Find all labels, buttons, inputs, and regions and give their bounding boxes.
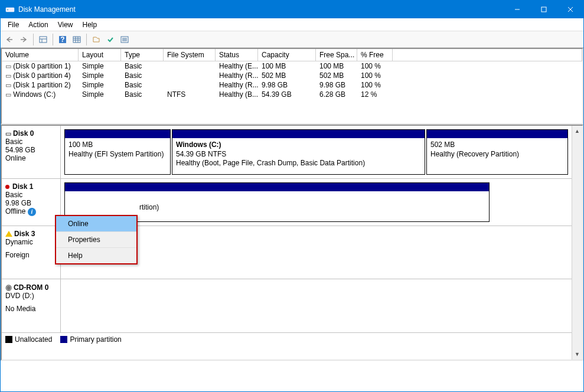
table-header: Volume Layout Type File System Status Ca… — [2, 49, 582, 61]
col-free[interactable]: Free Spa... — [316, 49, 357, 61]
scroll-up-icon[interactable]: ▲ — [572, 126, 582, 136]
ctx-properties[interactable]: Properties — [56, 232, 136, 248]
disk0-size: 54.98 GB — [5, 146, 57, 154]
help-icon[interactable]: ? — [56, 33, 69, 46]
toolbar-separator — [86, 34, 87, 45]
swatch-primary — [60, 336, 67, 343]
info-icon[interactable]: i — [28, 208, 36, 216]
disk0-state: Online — [5, 154, 57, 162]
toolbar-separator — [53, 34, 53, 45]
drive-icon — [5, 81, 11, 89]
cdrom-name: CD-ROM 0 — [14, 283, 48, 292]
disk0-name: Disk 0 — [13, 129, 34, 138]
table-row[interactable]: (Disk 1 partition 2)SimpleBasicHealthy (… — [2, 80, 582, 90]
cdrom-icon — [5, 283, 12, 292]
app-icon — [5, 5, 15, 14]
drive-icon — [5, 71, 11, 80]
forward-button[interactable] — [17, 33, 30, 46]
menu-action[interactable]: Action — [24, 19, 53, 30]
menu-help[interactable]: Help — [78, 19, 102, 30]
table-row[interactable]: (Disk 0 partition 1)SimpleBasicHealthy (… — [2, 61, 582, 71]
col-capacity[interactable]: Capacity — [258, 49, 316, 61]
toolbar: ? — [1, 31, 583, 48]
menu-file[interactable]: File — [3, 19, 24, 30]
table-row[interactable]: (Disk 0 partition 4)SimpleBasicHealthy (… — [2, 71, 582, 80]
col-type[interactable]: Type — [121, 49, 164, 61]
disk0-type: Basic — [5, 138, 57, 146]
legend-unallocated: Unallocated — [15, 335, 52, 344]
disk3-state: Foreign — [5, 251, 57, 259]
back-button[interactable] — [3, 33, 16, 46]
disk0-partition-0[interactable]: 100 MB Healthy (EFI System Partition) — [64, 129, 171, 175]
scrollbar[interactable]: ▲ ▼ — [572, 126, 582, 360]
scroll-down-icon[interactable]: ▼ — [572, 349, 582, 360]
context-menu: Online Properties Help — [55, 215, 138, 264]
legend-primary: Primary partition — [70, 335, 121, 344]
disk1-name: Disk 1 — [12, 182, 33, 191]
disk-row-0[interactable]: Disk 0 Basic 54.98 GB Online 100 MB Heal… — [2, 126, 572, 179]
menubar: File Action View Help — [1, 18, 583, 31]
disk1-size: 9.98 GB — [5, 199, 57, 207]
disk1-state: Offline — [5, 207, 25, 215]
col-volume[interactable]: Volume — [2, 49, 79, 61]
svg-rect-3 — [541, 7, 546, 12]
disk1-type: Basic — [5, 191, 57, 199]
list-icon[interactable] — [118, 33, 131, 46]
drive-icon — [5, 62, 11, 70]
titlebar: Disk Management — [1, 1, 583, 18]
disk0-partition-1[interactable]: Windows (C:) 54.39 GB NTFS Healthy (Boot… — [172, 129, 425, 175]
toolbar-separator — [33, 34, 34, 45]
layout-icon[interactable] — [37, 33, 50, 46]
ctx-help[interactable]: Help — [56, 248, 136, 263]
check-icon[interactable] — [104, 33, 117, 46]
volume-table: Volume Layout Type File System Status Ca… — [1, 48, 583, 125]
disk-row-cdrom[interactable]: CD-ROM 0 DVD (D:) No Media — [2, 279, 572, 332]
svg-rect-11 — [73, 37, 80, 43]
table-row[interactable]: Windows (C:)SimpleBasicNTFSHealthy (B...… — [2, 90, 582, 99]
error-dot-icon — [5, 185, 9, 189]
cdrom-type: DVD (D:) — [5, 292, 57, 300]
col-fs[interactable]: File System — [164, 49, 216, 61]
col-layout[interactable]: Layout — [79, 49, 121, 61]
col-pctfree[interactable]: % Free — [357, 49, 393, 61]
svg-text:?: ? — [60, 35, 64, 44]
svg-point-1 — [7, 9, 8, 11]
cdrom-state: No Media — [5, 305, 57, 313]
legend: Unallocated Primary partition — [2, 332, 572, 345]
maximize-button[interactable] — [530, 1, 557, 18]
window-title: Disk Management — [18, 5, 504, 14]
close-button[interactable] — [557, 1, 583, 18]
disk0-partition-2[interactable]: 502 MB Healthy (Recovery Partition) — [426, 129, 568, 175]
swatch-unallocated — [5, 336, 12, 343]
ctx-online[interactable]: Online — [56, 216, 136, 232]
disk3-type: Dynamic — [5, 238, 57, 246]
warning-icon — [5, 231, 12, 237]
menu-view[interactable]: View — [53, 19, 78, 30]
drive-icon — [5, 90, 11, 99]
drive-icon — [5, 129, 11, 138]
action-icon[interactable] — [90, 33, 103, 46]
grid-icon[interactable] — [70, 33, 83, 46]
svg-rect-6 — [40, 37, 47, 43]
col-status[interactable]: Status — [216, 49, 258, 61]
col-blank — [393, 49, 582, 61]
disk3-name: Disk 3 — [14, 230, 35, 238]
minimize-button[interactable] — [504, 1, 530, 18]
